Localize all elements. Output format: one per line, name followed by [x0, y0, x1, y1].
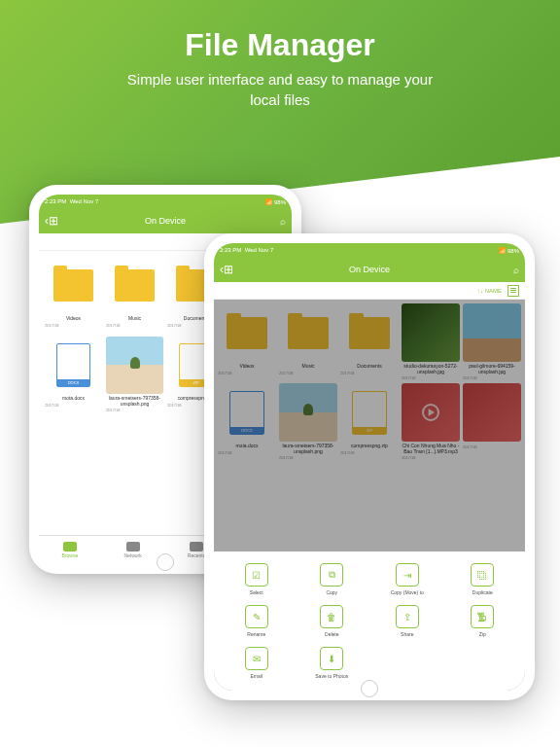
- action-icon: ⿻: [471, 563, 494, 587]
- action-label: Rename: [247, 631, 265, 637]
- file-item[interactable]: Music2017/18: [106, 257, 163, 333]
- action-label: Save to Photos: [315, 673, 348, 679]
- action-copy[interactable]: ⧉Copy: [298, 563, 368, 595]
- hero-title: File Manager: [0, 27, 560, 63]
- action-icon: 🗑: [320, 605, 343, 628]
- action-rename[interactable]: ✎Rename: [222, 605, 292, 637]
- home-button[interactable]: [361, 680, 378, 697]
- action-label: Copy (Move) to: [391, 589, 424, 595]
- action-label: Duplicate: [472, 589, 493, 595]
- hero-text: File Manager Simple user interface and e…: [0, 0, 560, 110]
- back-icon[interactable]: ‹⊞: [45, 214, 58, 228]
- status-bar: 2:23 PM Wed Nov 7 📶 98%: [214, 243, 525, 257]
- action-copy-move-to[interactable]: ⇥Copy (Move) to: [372, 563, 442, 595]
- action-zip[interactable]: 🗜Zip: [448, 605, 518, 637]
- hero-subtitle: Simple user interface and easy to manage…: [0, 69, 560, 110]
- action-label: Select: [250, 589, 263, 595]
- action-label: Email: [250, 673, 262, 679]
- action-save-to-photos[interactable]: ⬇Save to Photos: [298, 647, 368, 679]
- tab-label: Network: [123, 552, 141, 558]
- file-meta: 2017/18: [45, 323, 102, 328]
- file-meta: 2017/18: [106, 323, 163, 328]
- tab-browse[interactable]: Browse: [62, 542, 79, 558]
- action-label: Zip: [479, 631, 486, 637]
- action-icon: ⧉: [320, 563, 343, 587]
- back-icon[interactable]: ‹⊞: [220, 263, 233, 276]
- file-item[interactable]: laura-smetsers-797358-unsplash.png2017/1…: [106, 337, 163, 412]
- action-icon: ✉: [245, 647, 268, 670]
- tab-recents[interactable]: Recents: [188, 542, 205, 558]
- action-label: Copy: [326, 589, 337, 595]
- action-icon: ⬇: [320, 647, 343, 670]
- file-name: mota.docx: [62, 396, 85, 402]
- home-button[interactable]: [157, 553, 174, 571]
- tab-label: Browse: [62, 552, 79, 558]
- tab-network[interactable]: Network: [123, 542, 141, 558]
- nav-title: On Device: [145, 216, 186, 226]
- file-name: Videos: [66, 316, 81, 322]
- action-email[interactable]: ✉Email: [222, 647, 292, 679]
- tab-icon: [63, 542, 77, 551]
- file-item[interactable]: DOCXmota.docx2017/18: [45, 337, 102, 412]
- action-select[interactable]: ☑Select: [222, 563, 292, 595]
- search-icon[interactable]: ⌕: [513, 265, 519, 275]
- nav-bar: ‹⊞ On Device ⌕: [214, 257, 525, 282]
- action-icon: ⇥: [396, 563, 419, 587]
- action-icon: ☑: [245, 563, 268, 587]
- nav-bar: ‹⊞ On Device ⌕: [39, 208, 292, 233]
- file-name: Music: [128, 316, 141, 322]
- sort-button[interactable]: ↑↓ NAME: [477, 288, 502, 294]
- action-delete[interactable]: 🗑Delete: [298, 605, 368, 637]
- nav-title: On Device: [349, 265, 390, 274]
- action-icon: 🗜: [471, 605, 494, 628]
- tab-icon: [126, 542, 140, 551]
- file-name: laura-smetsers-797358-unsplash.png: [106, 396, 163, 407]
- action-label: Share: [401, 631, 413, 637]
- action-share[interactable]: ⇪Share: [372, 605, 442, 637]
- file-item[interactable]: Videos2017/18: [45, 257, 102, 333]
- action-label: Delete: [325, 631, 338, 637]
- file-meta: 2017/18: [45, 403, 102, 408]
- action-icon: ⇪: [396, 605, 419, 628]
- tab-icon: [190, 542, 203, 551]
- action-duplicate[interactable]: ⿻Duplicate: [448, 563, 518, 595]
- filter-bar: ↑↓ NAME: [214, 282, 525, 300]
- action-icon: ✎: [245, 605, 268, 628]
- action-sheet: ☑Select⧉Copy⇥Copy (Move) to⿻Duplicate✎Re…: [214, 551, 525, 691]
- search-icon[interactable]: ⌕: [280, 216, 286, 227]
- tab-label: Recents: [188, 552, 205, 558]
- file-meta: 2017/18: [106, 408, 163, 412]
- status-bar: 2:23 PM Wed Nov 7 📶 98%: [39, 195, 292, 208]
- tablet-front: 2:23 PM Wed Nov 7 📶 98% ‹⊞ On Device ⌕ ↑…: [204, 233, 535, 700]
- view-toggle-icon[interactable]: [508, 285, 519, 297]
